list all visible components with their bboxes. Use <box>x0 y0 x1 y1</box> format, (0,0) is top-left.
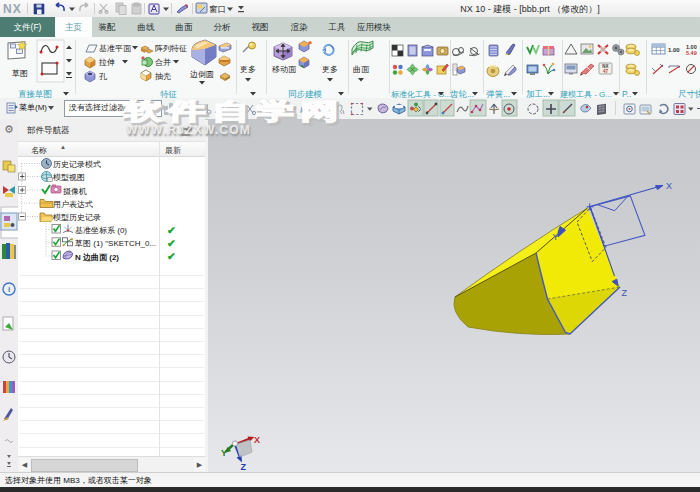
svg-text:阵列特征: 阵列特征 <box>155 44 187 53</box>
svg-text:窗口: 窗口 <box>209 4 226 14</box>
svg-text:Z: Z <box>241 462 247 472</box>
svg-text:X: X <box>666 181 672 191</box>
svg-text:弹簧...: 弹簧... <box>486 89 510 98</box>
svg-text:孔: 孔 <box>99 72 108 81</box>
svg-text:X: X <box>254 435 260 445</box>
svg-text:尺寸快...: 尺寸快... <box>678 89 700 98</box>
svg-text:Z: Z <box>622 288 628 298</box>
svg-text:47: 47 <box>603 69 609 74</box>
svg-text:i: i <box>8 285 10 294</box>
svg-text:5.49: 5.49 <box>686 50 697 56</box>
svg-text:更多: 更多 <box>240 65 256 74</box>
svg-text:Y: Y <box>553 232 559 242</box>
svg-text:边倒圆: 边倒圆 <box>190 70 214 79</box>
svg-text:直接草图: 直接草图 <box>18 89 52 98</box>
svg-text:基准平面: 基准平面 <box>99 44 132 53</box>
svg-text:移动面: 移动面 <box>272 65 297 74</box>
svg-text:加工...: 加工... <box>526 89 550 98</box>
svg-text:P..: P.. <box>622 89 631 98</box>
svg-text:拉伸: 拉伸 <box>98 58 115 67</box>
svg-text:合并: 合并 <box>155 58 171 67</box>
svg-text:草图: 草图 <box>12 69 28 78</box>
svg-text:更多: 更多 <box>322 65 338 74</box>
svg-text:Y: Y <box>221 448 227 458</box>
svg-text:1.00: 1.00 <box>668 47 680 53</box>
svg-text:齿轮...: 齿轮... <box>450 89 474 98</box>
svg-text:抽壳: 抽壳 <box>155 72 171 81</box>
svg-text:建模工具 - G...: 建模工具 - G... <box>560 90 612 98</box>
svg-text:⚙: ⚙ <box>4 123 14 135</box>
svg-text:曲面: 曲面 <box>353 65 370 74</box>
